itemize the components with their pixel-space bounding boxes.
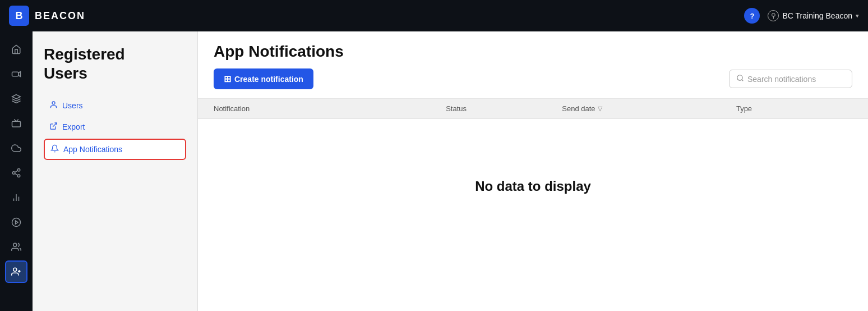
empty-message: No data to display <box>475 179 591 194</box>
page-title: App Notifications <box>214 43 852 61</box>
user-name: BC Training Beacon <box>782 11 852 20</box>
sidebar-item-notifications-label: App Notifications <box>63 145 122 154</box>
col-status: Status <box>446 104 562 113</box>
svg-point-20 <box>737 75 742 80</box>
svg-rect-3 <box>12 121 21 127</box>
bell-nav-icon <box>50 144 59 154</box>
logo-block: B BEACON <box>9 6 85 26</box>
svg-point-14 <box>13 243 17 246</box>
table-header: Notification Status Send date ▽ Type <box>198 99 868 119</box>
help-button[interactable]: ? <box>744 8 760 24</box>
col-type: Type <box>736 104 852 113</box>
sidebar-item-app-notifications[interactable]: App Notifications <box>44 139 186 160</box>
logo-icon: B <box>9 6 29 26</box>
nav-share-icon[interactable] <box>5 162 27 184</box>
user-avatar-icon: ⚲ <box>768 10 779 21</box>
search-notifications-input[interactable] <box>747 75 845 84</box>
nav-video-icon[interactable] <box>5 63 27 85</box>
sidebar-item-users-label: Users <box>62 101 83 110</box>
svg-line-21 <box>742 80 744 81</box>
icon-rail <box>0 31 33 311</box>
nav-cloud-icon[interactable] <box>5 137 27 159</box>
nav-right: ? ⚲ BC Training Beacon ▾ <box>744 8 859 24</box>
col-send-date[interactable]: Send date ▽ <box>562 104 736 113</box>
create-button-label: Create notification <box>234 75 303 84</box>
sidebar: RegisteredUsers Users Export App Notific… <box>33 31 198 311</box>
plus-icon: ⊞ <box>224 74 231 84</box>
sidebar-title: RegisteredUsers <box>44 45 186 83</box>
nav-layers-icon[interactable] <box>5 88 27 110</box>
svg-rect-0 <box>12 72 19 76</box>
svg-point-12 <box>12 218 21 227</box>
svg-point-5 <box>12 172 15 175</box>
search-box <box>729 70 852 88</box>
table-area: Notification Status Send date ▽ Type No … <box>198 99 868 311</box>
svg-point-15 <box>13 268 17 271</box>
create-notification-button[interactable]: ⊞ Create notification <box>214 68 313 89</box>
top-nav: B BEACON ? ⚲ BC Training Beacon ▾ <box>0 0 868 31</box>
svg-line-7 <box>15 173 17 175</box>
svg-marker-2 <box>12 95 21 99</box>
toolbar: ⊞ Create notification <box>214 68 852 89</box>
sidebar-item-users[interactable]: Users <box>44 96 186 115</box>
user-nav-icon <box>49 100 58 111</box>
svg-point-6 <box>17 175 20 177</box>
svg-line-8 <box>15 171 17 172</box>
svg-line-19 <box>53 123 57 127</box>
main-layout: RegisteredUsers Users Export App Notific… <box>0 31 868 311</box>
content-area: App Notifications ⊞ Create notification … <box>198 31 868 311</box>
sort-icon: ▽ <box>598 105 602 112</box>
svg-point-4 <box>17 169 20 172</box>
export-nav-icon <box>49 122 58 132</box>
nav-chart-icon[interactable] <box>5 186 27 209</box>
chevron-down-icon: ▾ <box>856 12 859 20</box>
sidebar-item-export-label: Export <box>62 122 85 131</box>
svg-point-18 <box>52 102 55 104</box>
col-notification: Notification <box>214 104 446 113</box>
user-menu[interactable]: ⚲ BC Training Beacon ▾ <box>768 10 859 21</box>
content-header: App Notifications ⊞ Create notification <box>198 31 868 99</box>
search-icon <box>736 74 744 84</box>
svg-marker-1 <box>19 72 21 77</box>
svg-marker-13 <box>16 221 19 224</box>
nav-play-circle-icon[interactable] <box>5 211 27 234</box>
nav-users-icon[interactable] <box>5 236 27 258</box>
empty-state: No data to display <box>198 119 868 254</box>
sidebar-nav: Users Export App Notifications <box>44 96 186 160</box>
nav-registered-users-icon[interactable] <box>5 260 27 283</box>
nav-home-icon[interactable] <box>5 38 27 61</box>
nav-tv-icon[interactable] <box>5 112 27 135</box>
sidebar-item-export[interactable]: Export <box>44 117 186 136</box>
logo-text: BEACON <box>35 10 85 22</box>
